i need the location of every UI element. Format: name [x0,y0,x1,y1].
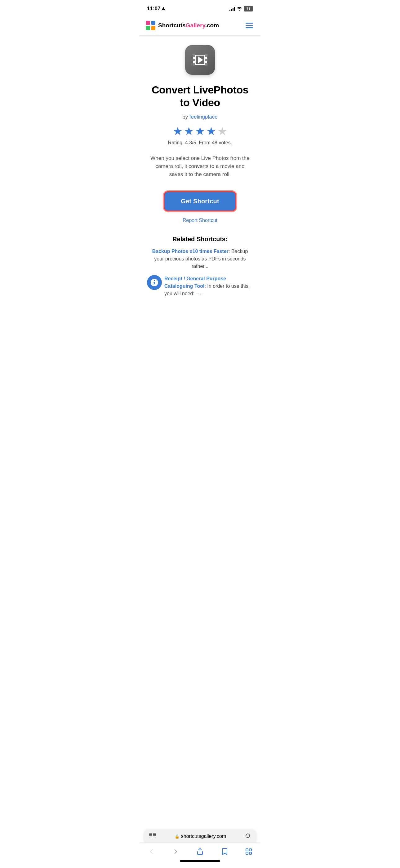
nav-header: ShortcutsGallery.com [139,16,261,36]
svg-rect-8 [193,54,195,57]
tabs-icon [245,848,253,855]
related-item-1-link[interactable]: Backup Photos x10 times Faster [152,249,229,254]
status-time: 11:07 [147,6,165,12]
tabs-button[interactable] [243,846,254,857]
svg-rect-16 [149,833,152,834]
star-3: ★ [195,126,205,137]
reader-icon [149,833,156,838]
forward-icon [172,848,179,855]
status-bar: 11:07 71 [139,0,261,16]
browser-bar: 🔒 shortcutsgallery.com [144,830,256,843]
svg-rect-23 [153,837,156,837]
nav-items [146,846,254,857]
rating-text: Rating: 4.3/5. From 48 votes. [146,140,254,146]
related-title: Related Shortcuts: [149,236,251,243]
browser-url-bar[interactable]: 🔒 shortcutsgallery.com [160,834,241,839]
hamburger-menu-button[interactable] [244,22,254,30]
bookmarks-button[interactable] [219,846,230,857]
logo-text: ShortcutsGallery.com [158,22,219,29]
star-2: ★ [184,126,194,137]
svg-rect-3 [151,21,155,25]
url-text: shortcutsgallery.com [181,834,226,839]
shortcut-icon [185,45,215,75]
shortcut-title: Convert LivePhotos to Video [146,84,254,109]
related-item-1: Backup Photos x10 times Faster: Backup y… [149,248,251,270]
author-link[interactable]: feelingplace [190,114,218,120]
svg-rect-13 [205,59,207,61]
logo-shortcuts: Shortcuts [158,22,186,29]
related-item-2-wrapper: Receipt / General Purpose Cataloguing To… [149,275,251,298]
floating-badge [147,275,162,290]
star-4: ★ [206,126,216,137]
reader-mode-button[interactable] [149,833,156,840]
shortcut-description: When you select one Live Photos from the… [146,154,254,179]
svg-rect-27 [246,852,248,854]
author-line: by feelingplace [146,114,254,120]
related-shortcuts-section: Related Shortcuts: Backup Photos x10 tim… [146,236,254,298]
svg-rect-28 [249,852,252,854]
lock-icon: 🔒 [174,834,179,839]
star-5: ★ [218,126,227,137]
svg-marker-0 [162,7,165,10]
svg-rect-18 [149,835,152,836]
share-button[interactable] [194,846,206,857]
report-shortcut-link[interactable]: Report Shortcut [146,218,254,223]
svg-rect-10 [193,63,195,65]
svg-rect-5 [151,26,155,30]
svg-rect-22 [153,835,156,836]
svg-rect-17 [149,834,152,835]
wifi-icon [237,7,242,10]
main-content: Convert LivePhotos to Video by feelingpl… [139,36,261,313]
star-rating: ★ ★ ★ ★ ★ [146,126,254,137]
signal-bars-icon [229,6,235,11]
svg-rect-12 [193,59,195,61]
svg-rect-19 [149,837,152,837]
film-icon [191,51,209,69]
svg-rect-21 [153,834,156,835]
related-item-2: Receipt / General Purpose Cataloguing To… [149,275,251,298]
logo-domain: .com [205,22,219,29]
svg-rect-9 [205,54,207,57]
back-button[interactable] [146,846,157,857]
battery-icon: 71 [244,6,253,11]
svg-point-1 [239,10,240,10]
logo: ShortcutsGallery.com [146,21,219,30]
svg-rect-4 [146,26,150,30]
refresh-icon [245,833,251,839]
svg-rect-26 [249,849,252,851]
back-icon [147,848,155,855]
location-icon [162,7,165,10]
home-indicator [180,860,220,862]
get-shortcut-button[interactable]: Get Shortcut [164,191,236,211]
forward-button[interactable] [170,846,181,857]
bookmarks-icon [221,848,228,855]
battery-level: 71 [246,7,250,10]
status-icons: 71 [229,6,253,11]
svg-rect-2 [146,21,150,25]
badge-icon [150,278,159,287]
svg-rect-11 [205,63,207,65]
logo-icon [146,21,156,30]
star-1: ★ [173,126,182,137]
refresh-button[interactable] [245,833,251,840]
bottom-navigation [139,842,261,868]
logo-gallery: Gallery [186,22,205,29]
svg-rect-25 [246,849,248,851]
time-text: 11:07 [147,6,160,12]
share-icon [196,848,204,855]
svg-rect-20 [153,833,156,834]
